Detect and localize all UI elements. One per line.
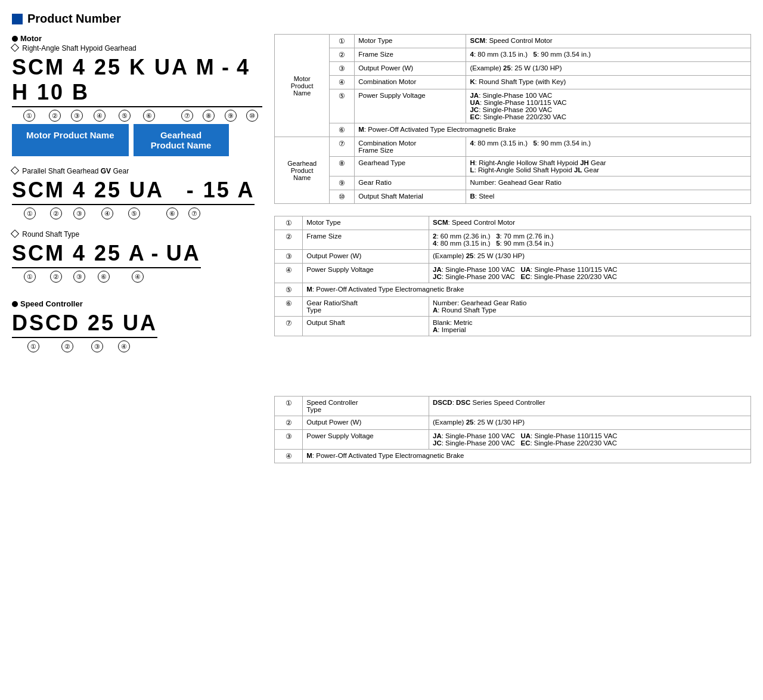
table-row: MotorProductName ① Motor Type SCM: Speed… [275,35,751,48]
section3-code: SCM 4 25 A - UA [12,241,201,265]
n2-4: ④ [92,207,123,219]
table-row: ④ Power Supply Voltage JA: Single-Phase … [275,264,751,283]
section1-num-row: ① ② ③ ④ ⑤ ⑥ ⑦ ⑧ ⑨ ⑩ [12,107,262,122]
speed-controller-label: Speed Controller [12,299,262,308]
gearhead-product-name-box: Gearhead Product Name [134,124,229,156]
title-text: Product Number [27,12,121,26]
table-row: ③ Output Power (W) (Example) 25: 25 W (1… [275,62,751,76]
label-motor-type: Motor Type [355,35,466,48]
spacer [274,348,751,396]
table-row: ① Speed ControllerType DSCD: DSC Series … [275,397,751,416]
section1-subtitle: Right-Angle Shaft Hypoid Gearhead [12,44,262,52]
n2-5: ⑤ [123,207,145,219]
n1-6: ⑥ [139,110,160,122]
value-motor-type: SCM: Speed Control Motor [466,35,751,48]
table-row: ⑧ Gearhead Type H: Right-Angle Hollow Sh… [275,157,751,176]
n4-1: ① [14,340,52,352]
table-row: ① Motor Type SCM: Speed Control Motor [275,216,751,230]
n3-4: ④ [125,271,150,283]
table1: MotorProductName ① Motor Type SCM: Speed… [274,34,751,204]
table-row: ③ Power Supply Voltage JA: Single-Phase … [275,430,751,450]
group-motor: MotorProductName [275,35,330,137]
table2: ① Motor Type SCM: Speed Control Motor ② … [274,216,751,336]
n1-8: ⑧ [198,110,220,122]
diamond1-icon [11,44,19,52]
table-row: ④ M: Power-Off Activated Type Electromag… [275,450,751,463]
motor-bullet [12,36,18,42]
table-row: ③ Output Power (W) (Example) 25: 25 W (1… [275,250,751,264]
n1-1: ① [14,110,44,122]
sc-bullet [12,301,18,307]
name-boxes: Motor Product Name Gearhead Product Name [12,124,262,156]
section3-area: Round Shaft Type SCM 4 25 A - UA ① ② ③ ⑥… [12,230,262,283]
n4-2: ② [52,340,82,352]
section2-code: SCM 4 25 UA - 15 A [12,178,255,202]
section2-subtitle: Parallel Shaft Gearhead GV Gear [12,167,262,175]
n1-4: ④ [89,110,110,122]
n4-3: ③ [82,340,112,352]
num-cell: ① [330,35,355,48]
table-row: ⑤ M: Power-Off Activated Type Electromag… [275,283,751,297]
n1-3: ③ [65,110,89,122]
section4-code: DSCD 25 UA [12,311,157,335]
n2-7: ⑦ [184,207,205,219]
n4-4: ④ [112,340,136,352]
section1-code-area: SCM 4 25 K UA M - 4 H 10 B ① ② ③ ④ ⑤ ⑥ ⑦… [12,55,262,122]
table-row: ④ Combination Motor K: Round Shaft Type … [275,76,751,89]
table-row: ② Frame Size 2: 60 mm (2.36 in.) 3: 70 m… [275,230,751,250]
table-row: ⑥ M: Power-Off Activated Type Electromag… [275,123,751,137]
table-row: ⑨ Gear Ratio Number: Geahead Gear Ratio [275,176,751,190]
right-column: MotorProductName ① Motor Type SCM: Speed… [274,34,751,475]
motor-product-name-box: Motor Product Name [12,124,129,156]
group-gearhead: GearheadProductName [275,137,330,204]
section3-subtitle: Round Shaft Type [12,230,262,239]
section2-num-row: ① ② ③ ④ ⑤ ⑥ ⑦ [12,205,262,219]
table-row: GearheadProductName ⑦ Combination MotorF… [275,137,751,157]
n1-5: ⑤ [110,110,139,122]
diamond2-icon [11,166,19,175]
n2-3: ③ [67,207,92,219]
n3-1: ① [14,271,45,283]
section2-area: Parallel Shaft Gearhead GV Gear SCM 4 25… [12,167,262,219]
main-title: Product Number [12,12,751,26]
title-icon [12,14,23,24]
n3-2: ② [45,271,67,283]
n3-3: ③ [67,271,92,283]
section3-num-row: ① ② ③ ⑥ ④ [12,268,262,283]
diamond3-icon [11,230,19,238]
table-row: ⑤ Power Supply Voltage JA: Single-Phase … [275,89,751,123]
n3-6: ⑥ [92,271,116,283]
motor-label: Motor [12,34,262,43]
table-row: ② Output Power (W) (Example) 25: 25 W (1… [275,416,751,430]
n1-9: ⑨ [219,110,241,122]
table-row: ⑦ Output Shaft Blank: MetricA: Imperial [275,317,751,336]
section1-code: SCM 4 25 K UA M - 4 H 10 B [12,55,250,104]
section4-num-row: ① ② ③ ④ [12,338,262,352]
n1-2: ② [44,110,65,122]
n1-7: ⑦ [177,110,198,122]
table-row: ⑥ Gear Ratio/ShaftType Number: Gearhead … [275,297,751,317]
n2-1: ① [14,207,45,219]
n1-10: ⑩ [241,110,262,122]
n2-2: ② [45,207,67,219]
left-column: Motor Right-Angle Shaft Hypoid Gearhead … [12,34,262,352]
speed-controller-area: Speed Controller DSCD 25 UA ① ② ③ ④ [12,299,262,352]
table-row: ⑩ Output Shaft Material B: Steel [275,190,751,204]
table-row: ② Frame Size 4: 80 mm (3.15 in.) 5: 90 m… [275,48,751,62]
n2-6: ⑥ [161,207,184,219]
table3: ① Speed ControllerType DSCD: DSC Series … [274,396,751,463]
